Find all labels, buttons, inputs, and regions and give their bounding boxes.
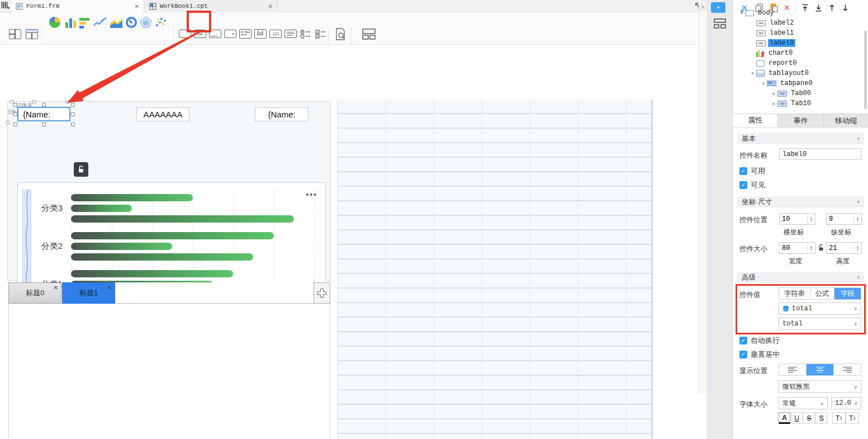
tab1-content-area[interactable]	[8, 304, 330, 439]
close-icon[interactable]: ✕	[54, 285, 58, 291]
close-icon[interactable]: ✕	[268, 3, 273, 10]
wrap-checkbox[interactable]: ✓ 自动换行	[739, 336, 780, 346]
design-canvas[interactable]: 10像素 9像素 {Name: AAAAAAA {Name:	[0, 45, 699, 439]
selection-handle[interactable]	[71, 122, 75, 126]
checkbox-widget-icon[interactable]	[315, 30, 327, 38]
new-template-icon[interactable]	[1, 2, 10, 10]
collapse-icon[interactable]: ▾	[857, 275, 860, 280]
vcenter-checkbox[interactable]: ✓ 垂直居中	[739, 350, 780, 360]
column-chart-icon[interactable]	[64, 16, 77, 29]
selection-handle[interactable]	[13, 103, 17, 107]
label2-widget[interactable]: {Name:	[255, 107, 309, 121]
button-widget-icon[interactable]	[179, 30, 191, 38]
reuse-component-icon[interactable]	[362, 28, 376, 40]
mode-string-button[interactable]: 字符串	[779, 288, 810, 299]
treeview-widget-icon[interactable]	[239, 29, 252, 39]
layout-panel-icon[interactable]	[714, 18, 726, 29]
widget-name-input[interactable]	[779, 148, 861, 160]
selection-handle[interactable]	[71, 103, 75, 107]
tab-workbook1[interactable]: WorkBook1.cpt ✕	[145, 0, 278, 12]
tree-item-tablayout0[interactable]: ▾tablayout0	[733, 68, 865, 78]
font-color-button[interactable]: A	[779, 412, 790, 424]
superscript-button[interactable]: T1	[832, 412, 846, 424]
textfield-widget-icon[interactable]	[209, 30, 221, 38]
blank-block-tab-icon[interactable]	[26, 29, 38, 39]
tree-item-Tab00[interactable]: ▸tabTab00	[733, 88, 865, 98]
x-position-input[interactable]	[780, 214, 807, 224]
y-position-stepper[interactable]: ▲▼	[826, 213, 862, 225]
preview-widget-icon[interactable]	[334, 28, 347, 40]
visible-checkbox[interactable]: ✓ 可见	[739, 180, 765, 190]
collapse-icon[interactable]: ▾	[857, 199, 860, 205]
font-family-dropdown[interactable]: 微软雅黑 ∨	[779, 380, 861, 393]
line-chart-icon[interactable]	[93, 16, 107, 29]
label0-widget[interactable]: {Name:	[17, 107, 70, 121]
down-expander-icon[interactable]: ▾	[760, 81, 767, 86]
section-geometry[interactable]: 坐标·尺寸 ▾	[737, 196, 864, 207]
report-grid[interactable]	[338, 100, 653, 439]
tree-item-tabpane0[interactable]: ▾tabpane0	[733, 78, 865, 88]
down-expander-icon[interactable]: ▾	[738, 10, 746, 16]
collapse-icon[interactable]: ▾	[857, 136, 860, 141]
tree-item-label0[interactable]: lablabel0	[733, 38, 865, 48]
selection-handle[interactable]	[42, 103, 46, 107]
selection-handle[interactable]	[13, 122, 17, 126]
tree-item-report0[interactable]: report0	[733, 58, 865, 68]
tree-scrollbar[interactable]	[864, 31, 867, 109]
tabpane-tab1-active[interactable]: 标题1 ✕	[62, 282, 115, 304]
datepicker-widget-icon[interactable]	[254, 29, 267, 39]
combobox-widget-icon[interactable]: ▼	[224, 30, 236, 38]
section-advanced[interactable]: 高级 ▾	[737, 272, 864, 283]
enabled-checkbox[interactable]: ✓ 可用	[739, 166, 765, 176]
bar-chart-icon[interactable]	[78, 16, 92, 29]
form-body-block[interactable]: 10像素 9像素 {Name: AAAAAAA {Name:	[7, 101, 331, 281]
blank-block-split-icon[interactable]	[9, 29, 21, 39]
section-basic[interactable]: 基本 ▾	[737, 133, 864, 144]
width-input[interactable]	[780, 243, 807, 253]
component-tree-toggle-button[interactable]: ▾	[711, 2, 725, 13]
textarea-widget-icon[interactable]	[284, 30, 297, 38]
scatter-chart-icon[interactable]	[154, 16, 168, 29]
y-position-input[interactable]	[827, 214, 853, 224]
gauge-chart-icon[interactable]	[125, 16, 138, 29]
underline-button[interactable]: U	[791, 412, 803, 424]
number-widget-icon[interactable]: 123	[269, 30, 282, 38]
label1-widget[interactable]: AAAAAAA	[136, 107, 189, 121]
field-source-dropdown[interactable]: total ∨	[779, 303, 861, 315]
x-position-stepper[interactable]: ▲▼	[779, 213, 815, 225]
tab-form1[interactable]: Form1.frm ✕	[11, 0, 144, 12]
label-widget-icon[interactable]: lab	[194, 30, 206, 38]
tree-item-label2[interactable]: lablabel2	[733, 18, 865, 28]
down-expander-icon[interactable]: ▾	[749, 70, 756, 76]
scroll-up-icon[interactable]: ∧	[699, 3, 706, 11]
right-expander-icon[interactable]: ▸	[770, 101, 777, 106]
tab-properties[interactable]: 属性	[733, 114, 778, 127]
chart-menu-dots-icon[interactable]: •••	[306, 193, 317, 196]
tree-item-body[interactable]: ▾body	[733, 8, 865, 18]
radar-chart-icon[interactable]	[139, 16, 153, 29]
height-stepper[interactable]: ▲▼	[826, 242, 862, 254]
radio-widget-icon[interactable]	[300, 30, 312, 38]
tree-item-Tab10[interactable]: ▸tabTab10	[733, 98, 865, 108]
tree-item-label1[interactable]: lablabel1	[733, 28, 865, 38]
width-stepper[interactable]: ▲▼	[779, 242, 815, 254]
close-icon[interactable]: ✕	[107, 285, 112, 291]
unlock-icon[interactable]	[74, 162, 88, 177]
tab-events[interactable]: 事件	[778, 114, 823, 127]
tab-mobile[interactable]: 移动端	[824, 114, 868, 127]
tabpane-tab0[interactable]: 标题0 ✕	[8, 282, 61, 304]
selection-handle[interactable]	[42, 122, 46, 126]
add-tab-button[interactable]	[314, 282, 330, 304]
align-left-button[interactable]	[779, 364, 807, 375]
mode-formula-button[interactable]: 公式	[810, 288, 834, 299]
font-size-dropdown[interactable]: 12.0 ∨	[831, 397, 861, 409]
right-expander-icon[interactable]: ▸	[770, 91, 777, 96]
selection-handle[interactable]	[13, 112, 17, 116]
aspect-unlock-icon[interactable]	[818, 244, 824, 252]
shadow-button[interactable]: S	[815, 412, 827, 424]
font-weight-dropdown[interactable]: 常规 ∨	[779, 397, 828, 409]
selection-handle[interactable]	[71, 112, 75, 116]
close-icon[interactable]: ✕	[135, 3, 139, 10]
height-input[interactable]	[827, 243, 853, 253]
area-chart-icon[interactable]	[109, 16, 124, 29]
